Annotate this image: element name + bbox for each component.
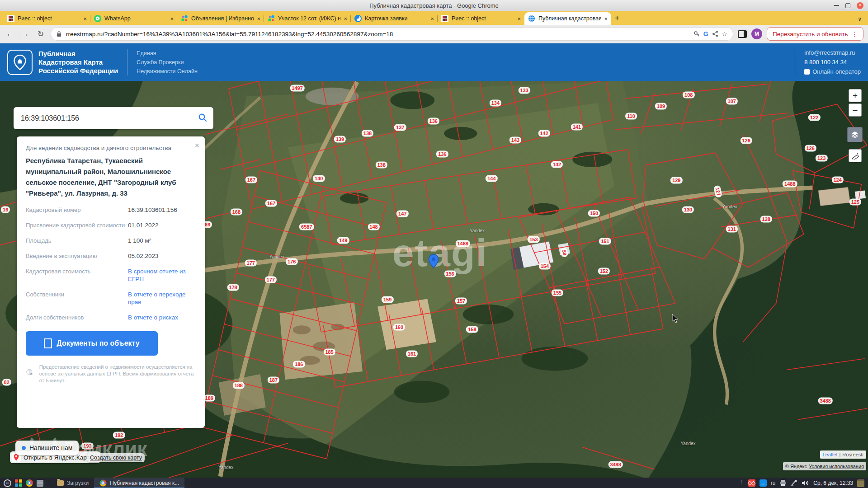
parcel-label-136[interactable]: 136 (436, 150, 448, 157)
cadastral-map[interactable]: 1497133134136137138139141142143136138142… (0, 81, 868, 478)
header-phone[interactable]: 8 800 100 34 34 (804, 57, 861, 67)
menu-icon[interactable]: lm (4, 479, 11, 487)
panel-close-icon[interactable]: × (194, 141, 199, 150)
tab-3[interactable]: Объявления | Избранное | А× (177, 12, 264, 25)
parcel-label-109[interactable]: 109 (655, 103, 667, 110)
share-icon[interactable] (712, 31, 718, 37)
nav-item-nedvizhimost[interactable]: Недвижимости Онлайн (137, 67, 198, 76)
tab-close-icon[interactable]: × (83, 15, 87, 22)
parcel-label-168[interactable]: 168 (231, 209, 242, 216)
window-restore-button[interactable] (845, 3, 850, 8)
layers-button[interactable] (847, 127, 863, 142)
parcel-label-1497[interactable]: 1497 (290, 84, 304, 91)
parcel-label-143[interactable]: 143 (509, 137, 521, 144)
parcel-label-130[interactable]: 130 (682, 206, 694, 213)
new-tab-button[interactable]: + (611, 12, 623, 24)
tab-1[interactable]: Риес :: object× (4, 12, 90, 25)
tool-tray-icon[interactable] (791, 480, 797, 486)
taskbar-clock[interactable]: Ср, 6 дек, 12:33 (813, 480, 853, 486)
parcel-label-16[interactable]: 16 (1, 206, 10, 213)
parcel-label-3488[interactable]: 3488 (818, 397, 832, 404)
parcel-label-126[interactable]: 126 (740, 137, 752, 144)
report-link[interactable]: В срочном отчете из ЕГРН (128, 267, 196, 283)
parcel-label-110[interactable]: 110 (625, 113, 637, 120)
parcel-label-150[interactable]: 150 (588, 210, 600, 216)
report-link[interactable]: В отчете о рисках (128, 314, 196, 321)
site-logo-icon[interactable] (7, 50, 33, 75)
tab-6[interactable]: Риес :: object× (438, 12, 524, 25)
parcel-label-107[interactable]: 107 (726, 98, 738, 105)
leaflet-link[interactable]: Leaflet (822, 452, 837, 457)
taskbar-item-active-window[interactable]: Публичная кадастровая к... (94, 478, 184, 488)
parcel-label-148[interactable]: 148 (368, 224, 379, 230)
parcel-label-137[interactable]: 137 (394, 124, 406, 131)
parcel-label-177[interactable]: 177 (265, 276, 277, 283)
parcel-label-187[interactable]: 187 (268, 377, 279, 384)
tab-close-icon[interactable]: × (430, 15, 434, 22)
measure-button[interactable] (849, 149, 862, 162)
yandex-terms-link[interactable]: Условия использования (809, 464, 864, 469)
tab-close-icon[interactable]: × (344, 15, 347, 22)
create-map-link[interactable]: Создать свою карту (87, 453, 145, 462)
parcel-label-1488[interactable]: 1488 (783, 180, 797, 187)
report-link[interactable]: В отчете о переходе прав (128, 291, 196, 306)
parcel-label-167[interactable]: 167 (245, 177, 257, 183)
header-nav[interactable]: Единая Служба Проверки Недвижимости Онла… (137, 49, 198, 76)
restart-update-button[interactable]: Перезапустить и обновить ⋮ (767, 27, 863, 41)
browser-menu-icon[interactable]: ⋮ (852, 30, 858, 38)
search-input[interactable] (20, 114, 198, 123)
parcel-label-151[interactable]: 151 (599, 238, 611, 245)
parcel-label-6587[interactable]: 6587 (299, 224, 314, 230)
parcel-label-160[interactable]: 160 (393, 324, 405, 330)
tab-4[interactable]: Участок 12 сот. (ИЖС) на пр× (264, 12, 351, 25)
parcel-label-123[interactable]: 123 (816, 155, 827, 162)
tab-close-icon[interactable]: × (170, 15, 174, 22)
tab-close-icon[interactable]: × (604, 15, 608, 22)
parcel-label-141[interactable]: 141 (571, 123, 583, 130)
parcel-label-155[interactable]: 155 (552, 290, 563, 296)
reload-button[interactable]: ↻ (35, 29, 46, 39)
parcel-label-128[interactable]: 128 (760, 216, 772, 223)
parcel-label-154[interactable]: 154 (539, 263, 551, 270)
tab-search-chevron-icon[interactable]: ∨ (858, 16, 862, 22)
tab-close-icon[interactable]: × (517, 15, 521, 22)
parcel-label-152[interactable]: 152 (598, 268, 610, 275)
parcel-label-139[interactable]: 139 (334, 136, 346, 142)
parcel-label-177[interactable]: 177 (245, 259, 257, 266)
password-key-icon[interactable] (693, 31, 700, 37)
parcel-label-176[interactable]: 176 (286, 258, 297, 265)
tab-5[interactable]: Карточка заявки× (351, 12, 438, 25)
parcel-label-167[interactable]: 167 (265, 200, 277, 206)
parcel-label-142[interactable]: 142 (551, 161, 563, 168)
tab-2[interactable]: WhatsApp× (90, 12, 177, 25)
parcel-label-108[interactable]: 108 (683, 91, 694, 98)
cadastral-search-box[interactable] (14, 107, 213, 129)
zoom-in-button[interactable]: + (849, 89, 862, 102)
parcel-label-126[interactable]: 126 (804, 145, 816, 152)
parcel-label-186[interactable]: 186 (293, 361, 305, 367)
online-operator-link[interactable]: Онлайн-оператор (804, 67, 861, 76)
parcel-label-133[interactable]: 133 (518, 87, 530, 94)
bookmark-star-icon[interactable]: ☆ (722, 30, 728, 38)
anydesk-tray-icon[interactable] (748, 479, 755, 487)
zoom-out-button[interactable]: − (849, 103, 862, 117)
search-icon[interactable] (198, 113, 207, 124)
write-us-button[interactable]: Напишите нам (15, 441, 79, 455)
window-close-button[interactable]: × (857, 2, 863, 9)
parcel-label-149[interactable]: 149 (337, 237, 349, 244)
header-email[interactable]: info@rreestrmap.ru (804, 48, 861, 57)
parcel-label-157[interactable]: 157 (455, 298, 467, 305)
url-input[interactable] (65, 30, 690, 38)
parcel-label-147[interactable]: 147 (396, 210, 408, 217)
parcel-label-144[interactable]: 144 (486, 175, 497, 182)
tab-close-icon[interactable]: × (257, 15, 260, 22)
documents-button[interactable]: Документы по объекту (26, 331, 158, 356)
parcel-label-3488[interactable]: 3488 (608, 461, 623, 468)
parcel-label-158[interactable]: 158 (466, 326, 478, 333)
file-manager-icon[interactable] (37, 480, 43, 487)
parcel-label-185[interactable]: 185 (323, 349, 335, 356)
address-bar[interactable]: G ☆ (51, 27, 733, 41)
screenshot-tray-icon[interactable] (857, 479, 864, 487)
parcel-label-134[interactable]: 134 (490, 99, 501, 106)
parcel-label-129[interactable]: 129 (670, 177, 682, 184)
